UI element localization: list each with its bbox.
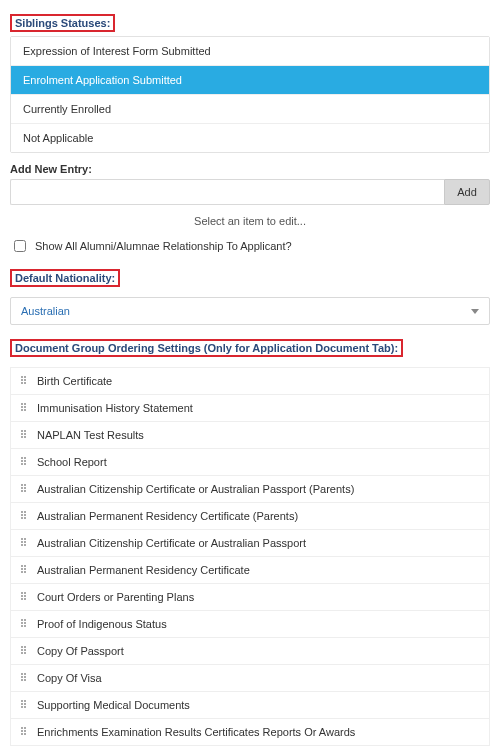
drag-handle-icon[interactable]: [21, 565, 27, 575]
default-nationality-heading: Default Nationality:: [10, 269, 120, 287]
document-label: Enrichments Examination Results Certific…: [37, 726, 355, 738]
chevron-down-icon: [471, 309, 479, 314]
document-label: Birth Certificate: [37, 375, 112, 387]
sibling-status-item[interactable]: Not Applicable: [11, 124, 489, 152]
document-label: Australian Citizenship Certificate or Au…: [37, 537, 306, 549]
document-row[interactable]: Supporting Medical Documents: [10, 692, 490, 719]
drag-handle-icon[interactable]: [21, 538, 27, 548]
document-row[interactable]: Birth Certificate: [10, 367, 490, 395]
alumni-checkbox[interactable]: [14, 240, 26, 252]
document-row[interactable]: Court Orders or Parenting Plans: [10, 584, 490, 611]
drag-handle-icon[interactable]: [21, 430, 27, 440]
drag-handle-icon[interactable]: [21, 511, 27, 521]
nationality-select[interactable]: Australian: [10, 297, 490, 325]
document-row[interactable]: Australian Permanent Residency Certifica…: [10, 557, 490, 584]
document-row[interactable]: Australian Citizenship Certificate or Au…: [10, 476, 490, 503]
document-row[interactable]: Australian Permanent Residency Certifica…: [10, 503, 490, 530]
document-order-list: Birth CertificateImmunisation History St…: [10, 367, 490, 746]
document-label: Copy Of Visa: [37, 672, 102, 684]
drag-handle-icon[interactable]: [21, 376, 27, 386]
document-label: Proof of Indigenous Status: [37, 618, 167, 630]
add-entry-label: Add New Entry:: [10, 163, 490, 175]
drag-handle-icon[interactable]: [21, 403, 27, 413]
sibling-status-item[interactable]: Enrolment Application Submitted: [11, 66, 489, 95]
document-label: School Report: [37, 456, 107, 468]
document-row[interactable]: Copy Of Passport: [10, 638, 490, 665]
add-entry-button[interactable]: Add: [444, 179, 490, 205]
sibling-status-item[interactable]: Expression of Interest Form Submitted: [11, 37, 489, 66]
drag-handle-icon[interactable]: [21, 700, 27, 710]
edit-hint: Select an item to edit...: [10, 215, 490, 227]
document-label: Copy Of Passport: [37, 645, 124, 657]
document-row[interactable]: Enrichments Examination Results Certific…: [10, 719, 490, 746]
document-row[interactable]: Immunisation History Statement: [10, 395, 490, 422]
alumni-checkbox-row[interactable]: Show All Alumni/Alumnae Relationship To …: [10, 237, 490, 255]
drag-handle-icon[interactable]: [21, 673, 27, 683]
drag-handle-icon[interactable]: [21, 484, 27, 494]
siblings-statuses-heading: Siblings Statuses:: [10, 14, 115, 32]
alumni-checkbox-label: Show All Alumni/Alumnae Relationship To …: [35, 240, 292, 252]
document-label: Court Orders or Parenting Plans: [37, 591, 194, 603]
sibling-status-item[interactable]: Currently Enrolled: [11, 95, 489, 124]
nationality-value: Australian: [21, 305, 70, 317]
document-row[interactable]: Australian Citizenship Certificate or Au…: [10, 530, 490, 557]
document-label: Australian Permanent Residency Certifica…: [37, 510, 298, 522]
document-row[interactable]: School Report: [10, 449, 490, 476]
document-label: NAPLAN Test Results: [37, 429, 144, 441]
document-row[interactable]: Proof of Indigenous Status: [10, 611, 490, 638]
drag-handle-icon[interactable]: [21, 619, 27, 629]
document-label: Australian Citizenship Certificate or Au…: [37, 483, 354, 495]
document-row[interactable]: Copy Of Visa: [10, 665, 490, 692]
document-label: Supporting Medical Documents: [37, 699, 190, 711]
add-entry-input[interactable]: [10, 179, 444, 205]
document-label: Australian Permanent Residency Certifica…: [37, 564, 250, 576]
drag-handle-icon[interactable]: [21, 727, 27, 737]
drag-handle-icon[interactable]: [21, 457, 27, 467]
siblings-status-list: Expression of Interest Form SubmittedEnr…: [10, 36, 490, 153]
drag-handle-icon[interactable]: [21, 646, 27, 656]
document-ordering-heading: Document Group Ordering Settings (Only f…: [10, 339, 403, 357]
document-row[interactable]: NAPLAN Test Results: [10, 422, 490, 449]
drag-handle-icon[interactable]: [21, 592, 27, 602]
document-label: Immunisation History Statement: [37, 402, 193, 414]
add-entry-group: Add: [10, 179, 490, 205]
